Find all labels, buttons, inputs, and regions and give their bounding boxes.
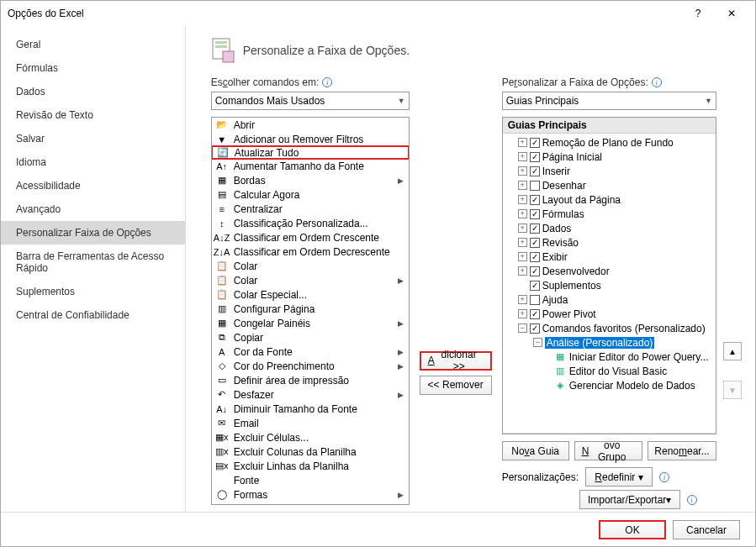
new-group-button[interactable]: Novo Grupo [574, 441, 642, 460]
import-export-button[interactable]: Importar/Exportar ▾ [579, 490, 680, 509]
reset-button[interactable]: Redefinir ▾ [585, 467, 653, 487]
add-button[interactable]: Adicionar >> [420, 351, 492, 371]
tree-tab[interactable]: ✓Suplementos [503, 278, 716, 292]
command-item[interactable]: ≡Centralizar [212, 202, 409, 216]
collapse-icon[interactable]: − [518, 323, 527, 333]
info-icon[interactable]: i [659, 472, 669, 482]
checkbox[interactable]: ✓ [530, 209, 540, 219]
tree-tab[interactable]: +✓Desenvolvedor [503, 264, 716, 278]
rename-button[interactable]: Renomear... [648, 441, 716, 460]
horizontal-scrollbar[interactable]: ◀▶ [503, 433, 716, 434]
move-down-button[interactable]: ▼ [723, 381, 742, 399]
close-button[interactable]: ✕ [715, 1, 748, 26]
command-item[interactable]: ▤Calcular Agora [212, 187, 409, 202]
command-item[interactable]: ▤xExcluir Linhas da Planilha [212, 459, 409, 473]
sidebar-item[interactable]: Avançado [1, 197, 185, 221]
command-item[interactable]: Fonte [212, 473, 409, 487]
sidebar-item[interactable]: Central de Confiabilidade [1, 303, 185, 327]
tree-tab[interactable]: −✓Comandos favoritos (Personalizado) [503, 321, 716, 335]
command-item[interactable]: 📂Abrir [212, 118, 409, 132]
sidebar-item[interactable]: Dados [1, 80, 185, 103]
expand-icon[interactable]: + [518, 195, 527, 204]
tree-tab[interactable]: +✓Power Pivot [503, 307, 716, 321]
command-item[interactable]: A↑Aumentar Tamanho da Fonte [212, 159, 409, 173]
command-item[interactable]: ↕Classificação Personalizada... [212, 216, 409, 230]
commands-listbox[interactable]: 📂Abrir▼Adicionar ou Remover Filtros🔄Atua… [211, 117, 410, 505]
checkbox[interactable]: ✓ [530, 138, 540, 148]
sidebar-item[interactable]: Revisão de Texto [1, 103, 185, 127]
command-item[interactable]: ◯Formas▶ [212, 487, 409, 502]
checkbox[interactable]: ✓ [530, 252, 540, 262]
tree-command[interactable]: ▦Iniciar Editor do Power Query... [503, 350, 716, 364]
command-item[interactable]: A↓Diminuir Tamanho da Fonte [212, 402, 409, 416]
expand-icon[interactable]: + [518, 181, 527, 190]
expand-icon[interactable]: + [518, 209, 527, 218]
checkbox[interactable]: ✓ [530, 281, 540, 291]
expand-icon[interactable]: + [518, 166, 527, 176]
expand-icon[interactable]: + [518, 152, 527, 161]
tree-tab[interactable]: +✓Revisão [503, 235, 716, 250]
expand-icon[interactable]: + [518, 138, 527, 147]
checkbox[interactable]: ✓ [530, 238, 540, 248]
expand-icon[interactable]: + [518, 266, 527, 276]
tree-tab[interactable]: +✓Página Inicial [503, 150, 716, 164]
tree-tab[interactable]: +✓Remoção de Plano de Fundo [503, 135, 716, 150]
command-item[interactable]: Z↓AClassificar em Ordem Decrescente [212, 245, 409, 259]
sidebar-item[interactable]: Fórmulas [1, 56, 185, 80]
tree-tab[interactable]: +✓Fórmulas [503, 207, 716, 221]
checkbox[interactable] [530, 181, 540, 191]
checkbox[interactable]: ✓ [530, 224, 540, 234]
checkbox[interactable]: ✓ [530, 195, 540, 205]
command-item[interactable]: A↓ZClassificar em Ordem Crescente [212, 230, 409, 245]
command-item[interactable]: ▦Formatação Condicional▶ [212, 502, 409, 505]
command-item[interactable]: ▥xExcluir Colunas da Planilha [212, 444, 409, 459]
tree-tab[interactable]: +✓Exibir [503, 250, 716, 264]
checkbox[interactable]: ✓ [530, 166, 540, 176]
command-item[interactable]: ✉Email [212, 416, 409, 430]
customize-ribbon-combo[interactable]: Guias Principais▼ [502, 92, 716, 110]
expand-icon[interactable]: + [518, 309, 527, 318]
choose-commands-combo[interactable]: Comandos Mais Usados▼ [211, 92, 410, 110]
expand-icon[interactable]: + [518, 295, 527, 304]
command-item[interactable]: 📋Colar Especial... [212, 287, 409, 302]
command-item[interactable]: 📋Colar▶ [212, 273, 409, 287]
collapse-icon[interactable]: − [533, 338, 542, 347]
command-item[interactable]: ▥Configurar Página [212, 302, 409, 316]
checkbox[interactable]: ✓ [530, 323, 540, 334]
tree-command[interactable]: ◈Gerenciar Modelo de Dados [503, 378, 716, 392]
command-item[interactable]: ◇Cor do Preenchimento▶ [212, 359, 409, 373]
help-button[interactable]: ? [681, 1, 715, 26]
command-item[interactable]: ▦xExcluir Células... [212, 430, 409, 444]
sidebar-item[interactable]: Personalizar Faixa de Opções [1, 221, 185, 245]
command-item[interactable]: 🔄Atualizar Tudo [211, 145, 410, 160]
tree-command[interactable]: ▥Editor do Visual Basic [503, 364, 716, 378]
info-icon[interactable]: i [687, 495, 697, 505]
move-up-button[interactable]: ▲ [723, 342, 742, 360]
tree-tab[interactable]: +Ajuda [503, 292, 716, 307]
command-item[interactable]: ▭Definir área de impressão [212, 373, 409, 387]
command-item[interactable]: ↶Desfazer▶ [212, 387, 409, 402]
ribbon-tree[interactable]: Guias Principais +✓Remoção de Plano de F… [502, 117, 716, 434]
sidebar-item[interactable]: Suplementos [1, 280, 185, 303]
sidebar-item[interactable]: Acessibilidade [1, 174, 185, 197]
checkbox[interactable]: ✓ [530, 266, 540, 276]
command-item[interactable]: ▼Adicionar ou Remover Filtros [212, 132, 409, 146]
sidebar-item[interactable]: Salvar [1, 127, 185, 150]
tree-tab[interactable]: +✓Dados [503, 221, 716, 235]
sidebar-item[interactable]: Geral [1, 33, 185, 56]
command-item[interactable]: 📋Colar [212, 259, 409, 273]
command-item[interactable]: ▦Bordas▶ [212, 173, 409, 187]
ok-button[interactable]: OK [599, 520, 666, 539]
sidebar-item[interactable]: Barra de Ferramentas de Acesso Rápido [1, 245, 185, 280]
tree-tab[interactable]: +Desenhar [503, 178, 716, 192]
command-item[interactable]: ACor da Fonte▶ [212, 345, 409, 359]
info-icon[interactable]: i [652, 77, 662, 87]
command-item[interactable]: ▦Congelar Painéis▶ [212, 316, 409, 330]
info-icon[interactable]: i [322, 77, 332, 87]
new-tab-button[interactable]: Nova Guia [502, 441, 569, 460]
expand-icon[interactable]: + [518, 238, 527, 247]
checkbox[interactable] [530, 295, 540, 305]
expand-icon[interactable]: + [518, 224, 527, 233]
expand-icon[interactable]: + [518, 252, 527, 261]
checkbox[interactable]: ✓ [530, 152, 540, 162]
